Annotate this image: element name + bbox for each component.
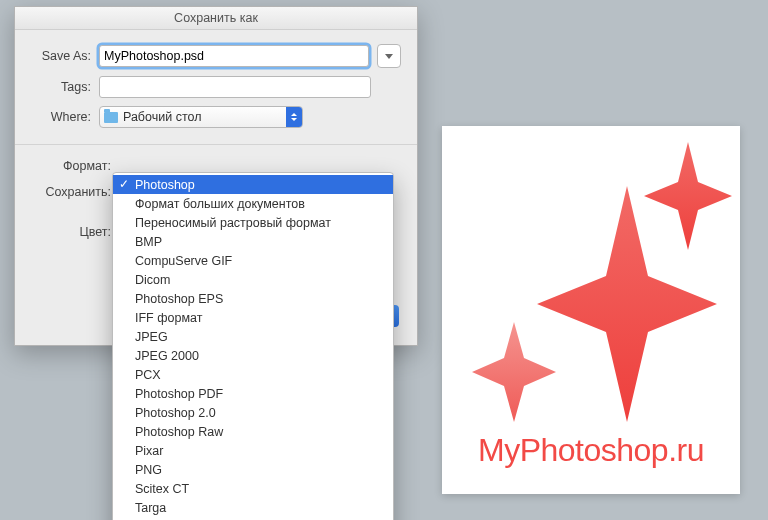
- save-as-label: Save As:: [31, 49, 91, 63]
- format-row: Формат:: [31, 157, 401, 173]
- format-option[interactable]: BMP: [113, 232, 393, 251]
- chevron-down-icon: [385, 54, 393, 59]
- where-row: Where: Рабочий стол: [31, 106, 401, 128]
- save-as-input[interactable]: [99, 45, 369, 67]
- save-label: Сохранить:: [31, 183, 111, 199]
- brand-card: MyPhotoshop.ru: [442, 126, 740, 494]
- tags-label: Tags:: [31, 80, 91, 94]
- format-option[interactable]: IFF формат: [113, 308, 393, 327]
- format-option[interactable]: Scitex CT: [113, 479, 393, 498]
- format-option[interactable]: Photoshop EPS: [113, 289, 393, 308]
- format-option[interactable]: Targa: [113, 498, 393, 517]
- format-option[interactable]: Photoshop Raw: [113, 422, 393, 441]
- tags-row: Tags:: [31, 76, 401, 98]
- format-option[interactable]: CompuServe GIF: [113, 251, 393, 270]
- format-option[interactable]: Формат больших документов: [113, 194, 393, 213]
- color-label: Цвет:: [31, 223, 111, 239]
- where-value: Рабочий стол: [123, 110, 201, 124]
- where-label: Where:: [31, 110, 91, 124]
- format-option[interactable]: Dicom: [113, 270, 393, 289]
- save-as-row: Save As:: [31, 44, 401, 68]
- format-option[interactable]: JPEG 2000: [113, 346, 393, 365]
- where-stepper-icon: [286, 107, 302, 127]
- where-select[interactable]: Рабочий стол: [99, 106, 303, 128]
- dialog-title: Сохранить как: [15, 7, 417, 30]
- format-option[interactable]: Pixar: [113, 441, 393, 460]
- dialog-top-section: Save As: Tags: Where: Рабочий стол: [15, 30, 417, 144]
- format-option[interactable]: Переносимый растровый формат: [113, 213, 393, 232]
- format-option[interactable]: Photoshop PDF: [113, 384, 393, 403]
- tags-input[interactable]: [99, 76, 371, 98]
- sparkle-icon: [442, 126, 740, 426]
- folder-icon: [104, 112, 118, 123]
- brand-text: MyPhotoshop.ru: [442, 432, 740, 469]
- format-option[interactable]: JPEG: [113, 327, 393, 346]
- format-label: Формат:: [31, 157, 111, 173]
- format-dropdown[interactable]: PhotoshopФормат больших документовПерено…: [112, 172, 394, 520]
- format-option[interactable]: PCX: [113, 365, 393, 384]
- format-option[interactable]: PNG: [113, 460, 393, 479]
- format-option[interactable]: Photoshop 2.0: [113, 403, 393, 422]
- format-option[interactable]: Photoshop: [113, 175, 393, 194]
- expand-button[interactable]: [377, 44, 401, 68]
